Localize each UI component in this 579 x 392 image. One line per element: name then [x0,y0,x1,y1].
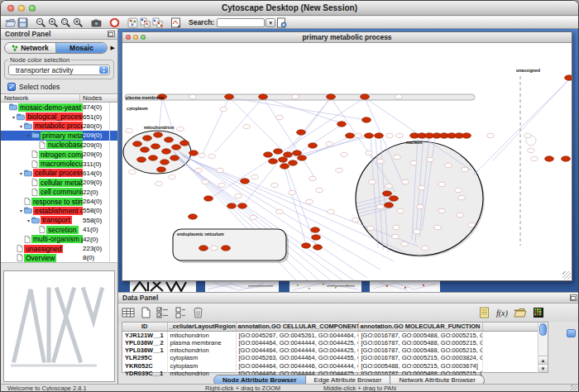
tree-row[interactable]: ▾metabolic process280(0) [1,122,117,131]
scroll-down-icon[interactable]: ▼ [538,364,548,372]
network-node[interactable] [386,133,393,137]
tree-row[interactable]: response to stimulu264(0) [1,197,117,206]
network-node[interactable] [369,179,376,184]
network-node-selected[interactable] [313,245,323,250]
network-node[interactable] [410,160,417,165]
network-node[interactable] [401,241,408,246]
heatmap-icon[interactable] [532,306,545,319]
network-node-selected[interactable] [154,132,163,137]
snapshot-icon[interactable] [90,17,103,28]
table-scrollbar[interactable]: ▲ ▼ [538,323,548,372]
network-node-selected[interactable] [293,151,302,155]
network-node-selected[interactable] [189,151,199,155]
table-column-header[interactable]: annotation.GO MOLECULAR_FUNCTION [358,323,482,331]
birdseye-overview[interactable] [3,270,115,382]
network-node[interactable] [341,152,347,156]
network-node[interactable] [377,159,384,163]
network-node[interactable] [396,133,403,137]
table-cell[interactable] [482,354,538,361]
network-node-selected[interactable] [289,160,298,165]
network-node[interactable] [199,153,205,157]
network-node-selected[interactable] [133,141,142,146]
network-node[interactable] [218,183,225,187]
network-node[interactable] [427,157,433,161]
tab-mosaic[interactable]: Mosaic [55,43,107,53]
table-cell[interactable]: YPL036W__1 [122,347,167,354]
table-cell[interactable]: plasma membrane [167,339,236,347]
table-column-header[interactable] [482,323,538,331]
window-resize-grip[interactable] [571,384,577,390]
annotation-icon[interactable] [170,17,182,28]
network-node-selected[interactable] [165,137,174,142]
network-node[interactable] [189,94,196,98]
network-node[interactable] [393,225,400,229]
network-node[interactable] [457,213,463,217]
network-node[interactable] [419,185,425,189]
expander-icon[interactable]: ▾ [11,114,17,120]
network-node-selected[interactable] [312,235,321,240]
network-node[interactable] [352,218,359,222]
tree-row[interactable]: mosaic-demo-yeast874(0) [1,103,117,112]
table-cell[interactable] [482,362,538,370]
tree-row[interactable]: multi-organism pro42(0) [1,234,117,243]
tree-column-nodes[interactable]: Nodes [80,94,117,102]
network-node[interactable] [309,176,316,180]
table-cell[interactable]: [GO:0044464, GO:0044444, GO:0044425, G..… [236,347,358,354]
background-windows[interactable] [123,281,574,292]
import-attributes-icon[interactable] [514,306,527,319]
network-node[interactable] [414,229,420,233]
network-node-selected[interactable] [327,94,336,99]
network-node-selected[interactable] [170,155,179,160]
network-node-selected[interactable] [361,94,370,99]
network-node-selected[interactable] [225,94,234,99]
frame-zoom-button[interactable] [141,35,146,40]
tab-network[interactable]: Network [5,43,55,53]
network-node-selected[interactable] [259,94,268,99]
network-node-selected[interactable] [189,214,198,219]
table-cell[interactable]: [GO:0016787, GO:0005488, GO:0005215, G..… [358,339,482,347]
zoom-button[interactable] [29,5,36,12]
network-node[interactable] [434,225,441,229]
network-node[interactable] [276,115,283,119]
table-cell[interactable]: cytoplasm [167,362,236,370]
network-node-selected[interactable] [545,156,554,161]
network-node[interactable] [289,190,295,194]
network-node[interactable] [395,94,402,98]
close-button[interactable] [7,5,14,12]
expander-icon[interactable]: ▾ [18,170,24,176]
network-node-selected[interactable] [180,141,189,146]
network-node[interactable] [458,195,465,199]
help-icon[interactable] [108,17,121,28]
network-node[interactable] [169,174,175,179]
minimize-button[interactable] [18,5,25,12]
table-cell[interactable] [482,331,538,339]
network-node-selected[interactable] [375,133,384,138]
frame-minimize-button[interactable] [133,35,138,40]
search-dropdown-icon[interactable]: ▼ [266,18,275,27]
table-cell[interactable]: YJR121W__1 [122,331,167,339]
network-node[interactable] [462,167,468,171]
network-node-selected[interactable] [264,152,273,157]
network-node[interactable] [417,204,423,208]
table-cell[interactable]: YKR052C [122,362,167,370]
tree-row[interactable]: Overview8(0) [1,253,117,262]
attribute-table-icon[interactable] [122,306,135,319]
network-node[interactable] [455,188,462,192]
network-node-selected[interactable] [280,164,290,169]
network-node[interactable] [377,204,384,208]
network-node[interactable] [328,209,334,213]
network-node-selected[interactable] [162,149,171,154]
network-node[interactable] [366,151,372,155]
tree-row[interactable]: ▾biological_process651(0) [1,112,117,121]
network-node-selected[interactable] [302,243,311,248]
network-node[interactable] [195,168,202,172]
network-node[interactable] [367,226,374,230]
network-node[interactable] [402,179,409,184]
network-node-selected[interactable] [337,122,347,127]
network-node-selected[interactable] [157,167,166,172]
zoom-in-icon[interactable] [47,17,60,28]
new-attribute-icon[interactable] [139,306,152,319]
zoom-selected-icon[interactable] [60,17,72,28]
table-column-header[interactable]: ID [122,323,167,331]
float-panel-icon[interactable] [108,31,115,37]
